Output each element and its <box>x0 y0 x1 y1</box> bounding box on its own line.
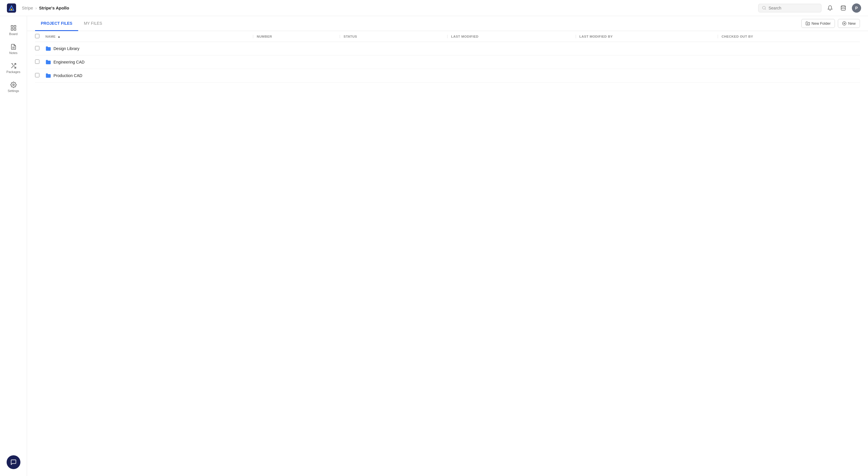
settings-icon <box>10 82 17 88</box>
header-right: P <box>758 3 861 13</box>
notes-icon <box>10 44 17 50</box>
packages-icon <box>10 63 17 69</box>
sidebar-item-board[interactable]: Board <box>2 22 25 38</box>
table-row[interactable]: Design Library <box>35 42 860 56</box>
table-row[interactable]: Production CAD <box>35 69 860 83</box>
folder-plus-icon <box>806 21 810 26</box>
sort-arrow-icon: ▲ <box>58 35 61 38</box>
sidebar-item-board-label: Board <box>9 32 18 36</box>
database-icon <box>840 5 846 11</box>
logo[interactable] <box>7 3 16 13</box>
row-folder-name-1: Design Library <box>54 46 79 51</box>
sidebar-item-packages[interactable]: Packages <box>2 60 25 76</box>
sidebar-item-notes[interactable]: Notes <box>2 41 25 58</box>
header-number[interactable]: NUMBER <box>253 35 340 38</box>
svg-point-14 <box>13 84 14 86</box>
row-checkbox-2[interactable] <box>35 60 39 64</box>
file-table: NAME ▲ NUMBER STATUS LAST MODIFIED LAST … <box>27 31 868 476</box>
tab-bar: PROJECT FILES MY FILES New Folder New <box>27 16 868 31</box>
folder-icon <box>45 73 51 78</box>
tab-my-files[interactable]: MY FILES <box>78 17 108 31</box>
tabs: PROJECT FILES MY FILES <box>35 16 108 31</box>
chat-button[interactable] <box>7 455 21 469</box>
breadcrumb-current: Stripe's Apollo <box>39 5 69 10</box>
header-check <box>35 34 45 39</box>
header-last-modified-by[interactable]: LAST MODIFIED BY <box>576 35 718 38</box>
svg-rect-8 <box>11 28 13 30</box>
table-row[interactable]: Engineering CAD <box>35 56 860 69</box>
breadcrumb: Stripe › Stripe's Apollo <box>22 5 758 10</box>
search-box[interactable] <box>758 4 822 12</box>
header-last-modified[interactable]: LAST MODIFIED <box>447 35 576 38</box>
new-folder-label: New Folder <box>812 21 831 26</box>
row-checkbox-3[interactable] <box>35 73 39 77</box>
row-name-1: Design Library <box>45 46 253 52</box>
breadcrumb-separator: › <box>35 6 37 10</box>
row-check-2[interactable] <box>35 60 45 65</box>
svg-line-4 <box>765 9 766 9</box>
tab-project-files[interactable]: PROJECT FILES <box>35 17 78 31</box>
svg-point-5 <box>841 5 845 7</box>
breadcrumb-parent[interactable]: Stripe <box>22 5 33 10</box>
chat-icon <box>10 459 17 465</box>
svg-rect-6 <box>11 26 13 27</box>
avatar[interactable]: P <box>852 3 861 13</box>
sidebar-item-notes-label: Notes <box>9 51 18 55</box>
app-header: Stripe › Stripe's Apollo P <box>0 0 868 16</box>
folder-icon <box>45 46 51 52</box>
sidebar: Board Notes Packages Settings <box>0 16 27 476</box>
table-header: NAME ▲ NUMBER STATUS LAST MODIFIED LAST … <box>35 31 860 42</box>
new-folder-button[interactable]: New Folder <box>801 19 835 28</box>
row-name-2: Engineering CAD <box>45 59 253 65</box>
header-name[interactable]: NAME ▲ <box>45 35 253 38</box>
sidebar-item-packages-label: Packages <box>6 70 20 73</box>
search-icon <box>762 6 766 10</box>
search-input[interactable] <box>769 6 818 10</box>
database-button[interactable] <box>839 3 848 13</box>
row-folder-name-2: Engineering CAD <box>54 60 85 64</box>
sidebar-item-settings[interactable]: Settings <box>2 79 25 95</box>
board-icon <box>10 25 17 31</box>
bell-icon <box>827 5 833 11</box>
notifications-button[interactable] <box>826 3 835 13</box>
row-check-3[interactable] <box>35 73 45 78</box>
row-folder-name-3: Production CAD <box>54 73 82 78</box>
plus-icon <box>842 21 846 26</box>
svg-rect-9 <box>14 28 16 30</box>
main-layout: Board Notes Packages Settings <box>0 16 868 476</box>
svg-rect-7 <box>14 26 16 27</box>
sidebar-item-settings-label: Settings <box>8 89 19 93</box>
content-area: PROJECT FILES MY FILES New Folder New <box>27 16 868 476</box>
header-checked-out-by[interactable]: CHECKED OUT BY <box>718 35 860 38</box>
header-status[interactable]: STATUS <box>340 35 447 38</box>
action-buttons: New Folder New <box>801 19 860 28</box>
new-button[interactable]: New <box>838 19 860 28</box>
new-label: New <box>848 21 856 26</box>
row-checkbox-1[interactable] <box>35 46 39 50</box>
folder-icon <box>45 59 51 65</box>
row-check-1[interactable] <box>35 46 45 51</box>
row-name-3: Production CAD <box>45 73 253 78</box>
select-all-checkbox[interactable] <box>35 34 39 38</box>
